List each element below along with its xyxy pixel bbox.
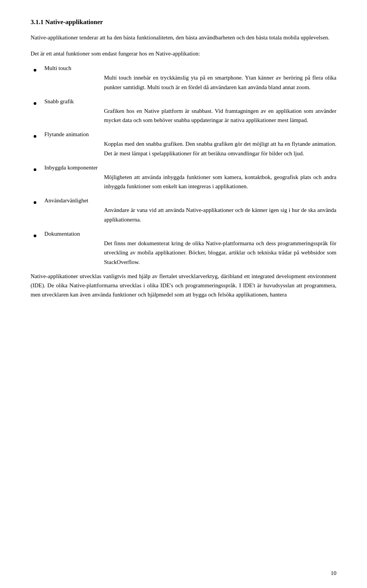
bullet-entry-0: Multi touch Multi touch innebär en tryck… — [31, 64, 336, 92]
bullet-heading-row-1: Snabb grafik — [31, 97, 336, 106]
bullet-label-2: Flytande animation — [44, 130, 104, 139]
bullet-dot-0 — [34, 69, 36, 72]
intro-paragraph-2: Det är ett antal funktioner som endast f… — [31, 49, 336, 58]
bullet-dot-wrapper-0 — [31, 64, 44, 73]
bullet-dot-4 — [34, 201, 36, 204]
bullet-label-5: Dokumentation — [44, 229, 104, 239]
bullet-entry-4: Användarvänlighet Användare är vana vid … — [31, 196, 336, 225]
page-number: 10 — [331, 570, 336, 577]
bullet-dot-wrapper-2 — [31, 130, 44, 139]
bullet-dot-wrapper-5 — [31, 229, 44, 239]
bullet-entry-2: Flytande animation Kopplas med den snabb… — [31, 130, 336, 158]
intro-paragraph-1: Native-applikationer tenderar att ha den… — [31, 33, 336, 42]
bullet-label-4: Användarvänlighet — [44, 196, 104, 205]
bullet-dot-wrapper-3 — [31, 163, 44, 173]
bullet-desc-5: Det finns mer dokumenterat kring de olik… — [104, 239, 336, 267]
bullet-desc-0: Multi touch innebär en tryckkänslig yta … — [104, 73, 336, 92]
bullet-entry-5: Dokumentation Det finns mer dokumenterat… — [31, 229, 336, 267]
bullet-label-1: Snabb grafik — [44, 97, 104, 106]
bullet-entry-1: Snabb grafik Grafiken hos en Native plat… — [31, 97, 336, 125]
bullet-dot-3 — [34, 168, 36, 171]
bullet-heading-row-4: Användarvänlighet — [31, 196, 336, 205]
bullet-heading-row-3: Inbyggda komponenter — [31, 163, 336, 173]
bullet-entry-3: Inbyggda komponenter Möjligheten att anv… — [31, 163, 336, 192]
bullet-desc-2: Kopplas med den snabba grafiken. Den sna… — [104, 139, 336, 158]
closing-paragraphs: Native-applikationer utvecklas vanligtvi… — [31, 272, 336, 299]
bullet-dot-5 — [34, 235, 36, 237]
bullet-desc-3: Möjligheten att använda inbyggda funktio… — [104, 173, 336, 192]
bullet-heading-row-5: Dokumentation — [31, 229, 336, 239]
bullet-desc-4: Användare är vana vid att använda Native… — [104, 205, 336, 225]
bullet-dot-1 — [34, 102, 36, 105]
bullet-desc-1: Grafiken hos en Native plattform är snab… — [104, 106, 336, 125]
bullet-label-3: Inbyggda komponenter — [44, 163, 104, 173]
closing-paragraph-1: Native-applikationer utvecklas vanligtvi… — [31, 272, 336, 299]
bullet-label-0: Multi touch — [44, 64, 104, 73]
section-heading: 3.1.1 Native-applikationer — [31, 18, 336, 26]
page: 3.1.1 Native-applikationer Native-applik… — [0, 0, 367, 588]
bullet-heading-row-2: Flytande animation — [31, 130, 336, 139]
bullet-dot-wrapper-4 — [31, 196, 44, 205]
bullet-heading-row-0: Multi touch — [31, 64, 336, 73]
bullet-dot-2 — [34, 135, 36, 138]
bullet-dot-wrapper-1 — [31, 97, 44, 106]
